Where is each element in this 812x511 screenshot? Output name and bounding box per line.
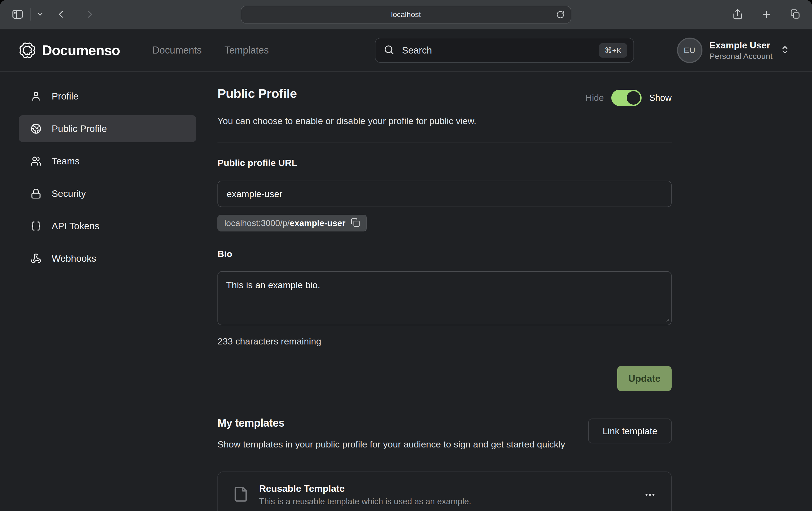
switch-knob (627, 91, 640, 104)
forward-icon[interactable] (84, 9, 96, 20)
profile-url-slug: example-user (290, 218, 345, 228)
sidebar-item-label: Webhooks (52, 253, 96, 264)
browser-toolbar: localhost (0, 0, 812, 29)
address-bar-url: localhost (391, 10, 421, 19)
profile-url-text: localhost:3000/p/example-user (224, 218, 345, 228)
nav-templates[interactable]: Templates (225, 44, 269, 56)
reload-icon[interactable] (556, 10, 565, 19)
search-shortcut-badge: ⌘+K (599, 43, 627, 58)
template-name: Reusable Template (259, 483, 471, 494)
toggle-hide-label: Hide (586, 93, 604, 103)
sidebar-item-label: Security (52, 188, 86, 199)
sidebar-item-label: API Tokens (52, 221, 99, 232)
sidebar-item-security[interactable]: Security (19, 180, 196, 207)
template-menu-ellipsis-icon[interactable] (644, 489, 656, 501)
sidebar-item-label: Teams (52, 156, 80, 167)
sidebar-item-label: Public Profile (52, 123, 107, 134)
profile-url-chip[interactable]: localhost:3000/p/example-user (218, 215, 367, 232)
sidebar-item-teams[interactable]: Teams (19, 148, 196, 175)
globe-icon (31, 123, 41, 134)
profile-visibility-switch[interactable] (611, 90, 642, 106)
top-nav: Documents Templates (152, 44, 269, 56)
address-bar[interactable]: localhost (241, 6, 571, 24)
documenso-logo[interactable]: Documenso (19, 42, 120, 59)
my-templates-subtitle: Show templates in your public profile fo… (218, 438, 565, 451)
user-name: Example User (709, 40, 773, 50)
account-menu[interactable]: EU Example User Personal Account (677, 37, 790, 63)
browser-window: localhost Documenso Doc (0, 0, 812, 511)
user-icon (31, 91, 41, 102)
profile-url-label: Public profile URL (218, 158, 672, 168)
nav-documents[interactable]: Documents (152, 44, 202, 56)
file-icon (233, 486, 249, 504)
profile-url-base: localhost:3000/p/ (224, 218, 290, 228)
profile-url-input[interactable] (218, 181, 672, 207)
tab-overview-icon[interactable] (790, 9, 801, 20)
users-icon (31, 156, 41, 167)
search-input[interactable]: Search ⌘+K (375, 38, 634, 63)
resize-handle-icon[interactable] (663, 315, 669, 323)
chevrons-up-down-icon (780, 45, 790, 56)
sidebar-item-profile[interactable]: Profile (19, 83, 196, 110)
copy-icon[interactable] (351, 218, 360, 228)
sidebar-item-label: Profile (52, 91, 79, 102)
profile-visibility-toggle-group: Hide Show (586, 90, 672, 106)
characters-remaining: 233 characters remaining (218, 336, 672, 347)
lock-icon (31, 188, 41, 199)
sidebar-item-api-tokens[interactable]: API Tokens (19, 212, 196, 240)
documenso-seal-icon (19, 42, 36, 59)
bio-label: Bio (218, 249, 672, 259)
brand-name: Documenso (42, 42, 120, 58)
account-type: Personal Account (709, 52, 773, 60)
settings-sidebar: Profile Public Profile Teams Security (0, 72, 218, 511)
bio-textarea[interactable]: This is an example bio. (218, 271, 672, 325)
back-icon[interactable] (55, 9, 66, 20)
search-icon (383, 44, 395, 56)
page-title: Public Profile (218, 86, 297, 101)
template-card: Reusable Template This is a reusable tem… (218, 472, 672, 511)
my-templates-title: My templates (218, 417, 565, 429)
new-tab-icon[interactable] (761, 9, 772, 20)
webhook-icon (31, 253, 41, 264)
section-divider (218, 142, 672, 143)
sidebar-toggle-icon[interactable] (11, 8, 24, 21)
page-subtitle: You can choose to enable or disable your… (218, 116, 672, 126)
braces-icon (31, 221, 41, 232)
sidebar-item-public-profile[interactable]: Public Profile (19, 115, 196, 142)
link-template-button[interactable]: Link template (588, 419, 672, 443)
public-profile-settings: Public Profile Hide Show You can choose … (218, 72, 672, 511)
sidebar-item-webhooks[interactable]: Webhooks (19, 245, 196, 272)
share-icon[interactable] (732, 9, 743, 20)
tab-group-chevron-icon[interactable] (36, 10, 44, 18)
avatar: EU (677, 37, 702, 63)
app-header: Documenso Documents Templates Search ⌘+K… (0, 29, 812, 72)
template-description: This is a reusable template which is use… (259, 497, 471, 506)
search-placeholder: Search (402, 45, 599, 56)
toggle-show-label: Show (649, 93, 672, 103)
toolbar-divider (30, 8, 31, 21)
update-button[interactable]: Update (617, 366, 672, 391)
